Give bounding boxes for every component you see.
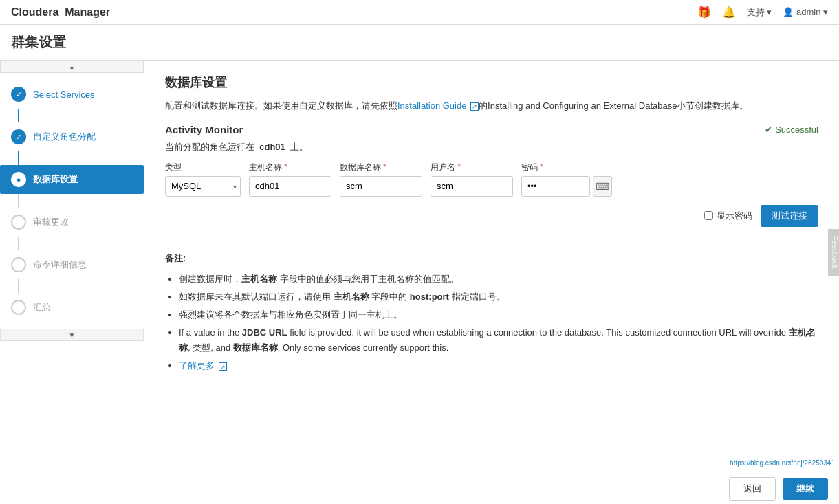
section-title: 数据库设置 [165, 74, 818, 91]
hostname-group: 主机名称 * [249, 162, 331, 197]
password-required: * [540, 162, 543, 172]
gift-icon[interactable]: 🎁 [697, 6, 711, 19]
note-item-2: 如数据库未在其默认端口运行，请使用 主机名称 字段中的 host:port 指定… [179, 289, 818, 305]
step-circle-command-details [11, 257, 26, 272]
dbname-required: * [383, 162, 386, 172]
content-area: 数据库设置 配置和测试数据库连接。如果使用自定义数据库，请先依照Installa… [144, 61, 839, 470]
dbname-group: 数据库名称 * [340, 162, 422, 197]
password-label: 密码 * [521, 162, 612, 173]
connector-4 [18, 237, 19, 250]
hostname-label: 主机名称 * [249, 162, 331, 173]
step-label-customize-roles: 自定义角色分配 [33, 131, 96, 143]
header: Cloudera Manager 🎁 🔔 支持 ▾ 👤 admin ▾ [0, 0, 839, 25]
step-circle-summary [11, 300, 26, 315]
sidebar-item-customize-roles[interactable]: ✓ 自定义角色分配 [0, 122, 144, 151]
step-circle-select-services: ✓ [11, 87, 26, 102]
page-title: 群集设置 [0, 25, 839, 61]
connector-1 [18, 109, 19, 122]
footer: 返回 继续 [0, 470, 839, 504]
bell-icon[interactable]: 🔔 [722, 6, 736, 19]
connector-5 [18, 279, 19, 293]
service-name: Activity Monitor [165, 124, 243, 135]
type-label: 类型 [165, 162, 241, 173]
step-label-summary: 汇总 [33, 301, 51, 314]
sidebar: ▲ ✓ Select Services ✓ 自定义角色分配 ● 数据库设置 [0, 61, 144, 470]
logo-text: Cloudera [11, 6, 58, 18]
sidebar-item-command-details[interactable]: 命令详细信息 [0, 250, 144, 279]
sidebar-item-db-settings[interactable]: ● 数据库设置 [0, 165, 144, 194]
feedback-tab[interactable]: Feedback [828, 228, 839, 275]
notes-title: 备注: [165, 252, 818, 265]
notes-section: 备注: 创建数据库时，主机名称 字段中的值必须与您用于主机名称的值匹配。 如数据… [165, 241, 818, 374]
type-select-wrap: MySQL PostgreSQL Oracle ▾ [165, 176, 241, 197]
step-circle-review-changes [11, 215, 26, 230]
scroll-up-btn[interactable]: ▲ [0, 61, 144, 73]
header-right: 🎁 🔔 支持 ▾ 👤 admin ▾ [697, 6, 828, 19]
test-connection-button[interactable]: 测试连接 [761, 205, 818, 227]
watermark: https://blog.csdn.net/nnj/26259341 [726, 458, 839, 468]
admin-dropdown[interactable]: 👤 admin ▾ [783, 7, 828, 17]
show-password-checkbox[interactable] [704, 211, 713, 220]
sidebar-item-review-changes[interactable]: 审核更改 [0, 208, 144, 237]
note-item-4: If a value in the JDBC URL field is prov… [179, 325, 818, 355]
admin-label: admin [796, 7, 820, 17]
sidebar-item-select-services[interactable]: ✓ Select Services [0, 80, 144, 109]
dbname-label: 数据库名称 * [340, 162, 422, 173]
db-form: 类型 MySQL PostgreSQL Oracle ▾ 主机名称 * [165, 162, 818, 197]
step-label-db-settings: 数据库设置 [33, 173, 78, 186]
note-item-3: 强烈建议将各个数据库与相应角色实例置于同一主机上。 [179, 307, 818, 322]
connector-3 [18, 194, 19, 208]
installation-guide-link[interactable]: Installation Guide [397, 100, 479, 111]
type-select[interactable]: MySQL PostgreSQL Oracle [165, 176, 241, 197]
scroll-down-btn[interactable]: ▼ [0, 329, 144, 341]
notes-list: 创建数据库时，主机名称 字段中的值必须与您用于主机名称的值匹配。 如数据库未在其… [165, 272, 818, 374]
service-host-info: 当前分配的角色运行在 cdh01 上。 [165, 141, 818, 153]
sidebar-inner: ✓ Select Services ✓ 自定义角色分配 ● 数据库设置 [0, 73, 144, 329]
hostname-input[interactable] [249, 176, 331, 197]
step-label-select-services: Select Services [33, 89, 95, 100]
learn-more-link[interactable]: 了解更多 [179, 360, 215, 371]
main-layout: ▲ ✓ Select Services ✓ 自定义角色分配 ● 数据库设置 [0, 61, 839, 470]
step-label-review-changes: 审核更改 [33, 216, 69, 228]
support-label: 支持 [747, 7, 765, 17]
step-circle-customize-roles: ✓ [11, 129, 26, 144]
step-circle-db-settings: ● [11, 172, 26, 187]
service-section: Activity Monitor ✔ Successful 当前分配的角色运行在… [165, 124, 818, 227]
service-header: Activity Monitor ✔ Successful [165, 124, 818, 135]
actions-row: 显示密码 测试连接 [165, 205, 818, 227]
username-label: 用户名 * [431, 162, 513, 173]
logo-bold: Manager [65, 6, 110, 18]
hostname-required: * [284, 162, 287, 172]
back-button[interactable]: 返回 [729, 477, 776, 501]
username-required: * [457, 162, 461, 172]
username-group: 用户名 * [431, 162, 513, 197]
username-input[interactable] [431, 176, 513, 197]
service-status: ✔ Successful [765, 124, 818, 135]
note-item-1: 创建数据库时，主机名称 字段中的值必须与您用于主机名称的值匹配。 [179, 272, 818, 287]
type-group: 类型 MySQL PostgreSQL Oracle ▾ [165, 162, 241, 197]
dbname-input[interactable] [340, 176, 422, 197]
connector-2 [18, 151, 19, 165]
desc-mid: 的Installing and Configuring an External … [479, 100, 748, 111]
sidebar-item-summary[interactable]: 汇总 [0, 293, 144, 322]
password-toggle-btn[interactable]: ⌨ [593, 176, 612, 197]
password-input[interactable] [521, 176, 590, 197]
description: 配置和测试数据库连接。如果使用自定义数据库，请先依照Installation G… [165, 99, 818, 113]
support-dropdown[interactable]: 支持 ▾ [747, 6, 772, 19]
continue-button[interactable]: 继续 [783, 478, 828, 500]
ext-link-icon [219, 362, 227, 371]
note-item-5: 了解更多 [179, 358, 818, 373]
show-password-label[interactable]: 显示密码 [704, 210, 752, 222]
desc-pre: 配置和测试数据库连接。如果使用自定义数据库，请先依照 [165, 100, 397, 111]
logo: Cloudera Manager [11, 6, 110, 19]
step-label-command-details: 命令详细信息 [33, 259, 87, 271]
password-input-group: ⌨ [521, 176, 612, 197]
password-group: 密码 * ⌨ [521, 162, 612, 197]
check-icon: ✔ [765, 124, 772, 135]
